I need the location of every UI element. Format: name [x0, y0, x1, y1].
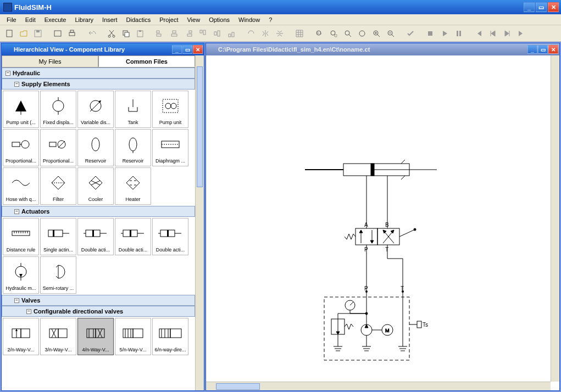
- new-icon[interactable]: [3, 27, 15, 40]
- play-icon[interactable]: [438, 27, 451, 40]
- cat-supply-elements[interactable]: − Supply Elements: [2, 79, 195, 89]
- hscroll-thumb[interactable]: [216, 383, 260, 390]
- preview-icon[interactable]: [52, 27, 64, 40]
- component-item[interactable]: Reservoir: [115, 129, 151, 166]
- menu-execute[interactable]: Execute: [40, 15, 71, 24]
- circuit-minimize-button[interactable]: _: [527, 45, 537, 54]
- circuit-canvas[interactable]: A B: [206, 55, 551, 382]
- menu-insert[interactable]: Insert: [98, 15, 122, 24]
- save-icon[interactable]: [32, 27, 44, 40]
- library-close-button[interactable]: ✕: [193, 45, 203, 54]
- menu-file[interactable]: File: [2, 15, 21, 24]
- rotate-icon[interactable]: [245, 27, 257, 40]
- main-close-button[interactable]: ✕: [548, 2, 559, 12]
- component-item[interactable]: Proportional...: [3, 129, 39, 166]
- component-item[interactable]: 3/n-Way-V...: [40, 318, 76, 355]
- tab-common-files[interactable]: Common Files: [98, 55, 195, 67]
- zoom-prev-icon[interactable]: [342, 27, 354, 40]
- library-scrollbar[interactable]: [195, 55, 204, 390]
- next-icon[interactable]: [501, 27, 513, 40]
- zoom-all-icon[interactable]: [356, 27, 368, 40]
- component-item[interactable]: Single actin...: [40, 218, 76, 255]
- component-item[interactable]: 4/n-Way-V...: [77, 318, 114, 355]
- align-center-icon[interactable]: [168, 27, 180, 40]
- cat-hydraulic[interactable]: − Hydraulic: [2, 68, 195, 79]
- circuit-maximize-button[interactable]: ▭: [538, 45, 548, 54]
- menu-project[interactable]: Project: [155, 15, 182, 24]
- component-item[interactable]: Heater: [115, 167, 151, 205]
- flip-h-icon[interactable]: [259, 27, 271, 40]
- cut-icon[interactable]: [105, 27, 118, 40]
- grid-icon[interactable]: [293, 27, 306, 40]
- print-icon[interactable]: [66, 27, 78, 40]
- collapse-icon[interactable]: −: [14, 82, 19, 87]
- stop-icon[interactable]: [424, 27, 436, 40]
- align-left-icon[interactable]: [154, 27, 166, 40]
- component-item[interactable]: Cooler: [77, 167, 114, 205]
- component-item[interactable]: Semi-rotary ...: [40, 256, 76, 294]
- collapse-icon[interactable]: −: [14, 298, 19, 303]
- component-item[interactable]: Hose with q...: [3, 167, 39, 205]
- library-maximize-button[interactable]: ▭: [182, 45, 192, 54]
- zoom-in-icon[interactable]: [370, 27, 382, 40]
- menu-library[interactable]: Library: [70, 15, 98, 24]
- paste-icon[interactable]: [134, 27, 146, 40]
- undo-icon[interactable]: [86, 27, 98, 40]
- canvas-vscrollbar[interactable]: [551, 55, 559, 382]
- component-item[interactable]: Double acti...: [115, 218, 151, 255]
- component-item[interactable]: Tank: [115, 91, 151, 128]
- menu-didactics[interactable]: Didactics: [122, 15, 155, 24]
- prev-icon[interactable]: [487, 27, 499, 40]
- align-right-icon[interactable]: [182, 27, 195, 40]
- component-item[interactable]: Pump unit (...: [3, 91, 39, 128]
- component-item[interactable]: Diaphragm ...: [152, 129, 188, 166]
- circuit-titlebar[interactable]: C:\Program Files\Didactic\fl_sim_h4.en\C…: [206, 43, 559, 55]
- component-item[interactable]: Reservoir: [77, 129, 114, 166]
- menu-window[interactable]: Window: [234, 15, 264, 24]
- align-bottom-icon[interactable]: [225, 27, 237, 40]
- menu-edit[interactable]: Edit: [21, 15, 40, 24]
- library-titlebar[interactable]: Hierarchical View - Component Library _ …: [2, 43, 204, 55]
- component-item[interactable]: Double acti...: [152, 218, 188, 255]
- component-item[interactable]: Filter: [40, 167, 76, 205]
- component-item[interactable]: Hydraulic m...: [3, 256, 39, 294]
- component-item[interactable]: Fixed displa...: [40, 91, 76, 128]
- canvas-hscrollbar[interactable]: [206, 382, 551, 390]
- open-icon[interactable]: [18, 27, 30, 40]
- circuit-close-button[interactable]: ✕: [548, 45, 558, 54]
- main-maximize-button[interactable]: ▭: [536, 2, 547, 12]
- first-icon[interactable]: [473, 27, 485, 40]
- component-item[interactable]: 2/n-Way-V...: [3, 318, 39, 355]
- component-item[interactable]: 5/n-Way-V...: [115, 318, 151, 355]
- copy-icon[interactable]: [120, 27, 132, 40]
- zoom-out-icon[interactable]: [385, 27, 397, 40]
- component-item[interactable]: 6/n-way-dire...: [152, 318, 188, 355]
- align-top-icon[interactable]: [197, 27, 209, 40]
- last-icon[interactable]: [515, 27, 527, 40]
- tab-my-files[interactable]: My Files: [2, 55, 98, 67]
- menu-options[interactable]: Options: [204, 15, 234, 24]
- align-middle-icon[interactable]: [211, 27, 223, 40]
- collapse-icon[interactable]: −: [14, 209, 19, 214]
- cat-actuators[interactable]: − Actuators: [2, 206, 195, 217]
- main-minimize-button[interactable]: _: [524, 2, 535, 12]
- menu-help[interactable]: ?: [264, 15, 276, 24]
- cat-valves[interactable]: − Valves: [2, 295, 195, 306]
- menu-view[interactable]: View: [182, 15, 204, 24]
- component-item[interactable]: Variable dis...: [77, 91, 114, 128]
- collapse-icon[interactable]: −: [26, 309, 31, 314]
- component-item[interactable]: Double acti...: [77, 218, 114, 255]
- cat-config-valves[interactable]: − Configurable directional valves: [2, 306, 195, 317]
- scrollbar-thumb[interactable]: [197, 66, 203, 187]
- check-icon[interactable]: [404, 27, 416, 40]
- component-tree[interactable]: − Hydraulic − Supply Elements Pump unit …: [2, 68, 195, 390]
- flip-v-icon[interactable]: [274, 27, 286, 40]
- component-item[interactable]: Pump unit: [152, 91, 188, 128]
- zoom-window-icon[interactable]: [327, 27, 340, 40]
- component-item[interactable]: Distance rule: [3, 218, 39, 255]
- collapse-icon[interactable]: −: [5, 71, 10, 76]
- component-item[interactable]: Proportional...: [40, 129, 76, 166]
- zoom-fit-icon[interactable]: 1:1: [313, 27, 325, 40]
- library-minimize-button[interactable]: _: [172, 45, 182, 54]
- pause-icon[interactable]: [453, 27, 465, 40]
